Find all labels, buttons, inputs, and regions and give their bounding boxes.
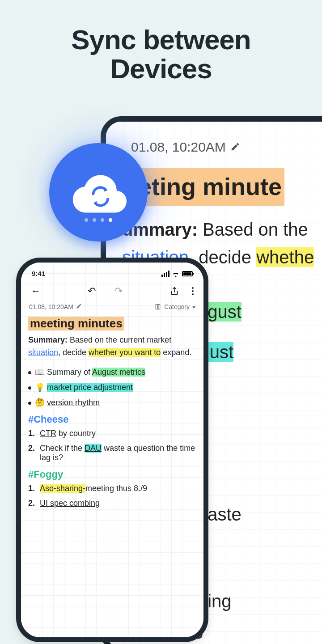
svg-rect-1 — [156, 305, 158, 309]
status-time: 9:41 — [32, 270, 45, 277]
bullet-item[interactable]: 💡 market price adjustment — [28, 382, 196, 392]
summary-highlight: whethe — [256, 247, 314, 267]
edit-date-icon[interactable] — [230, 140, 240, 155]
bullet-item[interactable]: 📖 Summary of August metrics — [28, 367, 196, 377]
signal-icon — [161, 271, 169, 277]
undo-button[interactable] — [87, 286, 97, 296]
note-date-row: 01.08, 10:20AM — [131, 140, 322, 155]
redo-button[interactable] — [114, 286, 123, 296]
list-item[interactable]: 1. Aso-sharing-meeting thus 8./9 — [28, 484, 196, 493]
note-title[interactable]: meeting minutes — [28, 317, 124, 330]
headline-l2: Devices — [0, 54, 322, 83]
list-item[interactable]: 2. Check if the DAU waste a question the… — [28, 444, 196, 462]
note-date: 01.08, 10:20AM — [29, 303, 73, 310]
category-picker[interactable]: Category — [154, 303, 195, 310]
list-item[interactable]: 2. UI spec combing — [28, 499, 196, 508]
share-button[interactable] — [169, 286, 179, 296]
wifi-icon — [172, 271, 179, 276]
foggy-list: 1. Aso-sharing-meeting thus 8./9 2. UI s… — [28, 484, 196, 508]
summary-label: ummary: — [122, 220, 198, 239]
headline-l1: Sync between — [0, 25, 322, 54]
hashtag-foggy[interactable]: #Foggy — [28, 469, 196, 480]
phone-device: 9:41 01.08, — [16, 258, 208, 642]
edit-date-icon[interactable] — [76, 303, 82, 310]
summary-highlight: whether you want to — [89, 348, 161, 357]
category-label: Category — [164, 303, 190, 310]
summary-link[interactable]: situation — [28, 348, 58, 357]
summary-text: Based on the — [203, 220, 308, 239]
note-meta-row: 01.08, 10:20AM Category — [28, 301, 196, 317]
hashtag-cheese[interactable]: #Cheese — [28, 414, 196, 425]
promo-headline: Sync between Devices — [0, 0, 322, 97]
svg-rect-2 — [158, 305, 160, 309]
phone-screen: 9:41 01.08, — [21, 263, 203, 637]
note-toolbar — [28, 280, 196, 301]
list-item[interactable]: 1. CTR by country — [28, 429, 196, 438]
bullet-item[interactable]: 🤔 version rhythm — [28, 398, 196, 407]
note-date: 01.08, 10:20AM — [131, 140, 226, 155]
back-button[interactable] — [31, 286, 41, 296]
cheese-list: 1. CTR by country 2. Check if the DAU wa… — [28, 429, 196, 462]
bullet-list: 📖 Summary of August metrics 💡 market pri… — [28, 367, 196, 407]
summary-paragraph[interactable]: Summary: Based on the current market sit… — [28, 334, 196, 359]
note-title: eeting minute — [122, 168, 284, 206]
more-menu-button[interactable] — [192, 287, 194, 295]
chevron-down-icon — [192, 303, 195, 310]
battery-icon — [182, 271, 193, 276]
status-bar: 9:41 — [28, 269, 196, 280]
summary-label: Summary: — [28, 335, 68, 344]
